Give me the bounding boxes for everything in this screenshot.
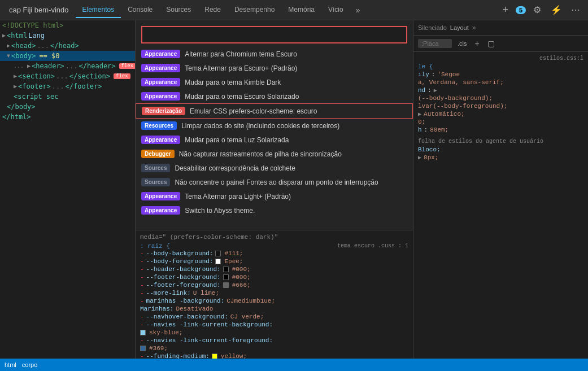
- tab-console[interactable]: Console: [121, 2, 159, 18]
- css-vars-panel: media=" (prefers-color-scheme: dark)" : …: [136, 230, 413, 371]
- prop-font-family: ily : 'Segoe: [418, 71, 583, 78]
- page-title: cap Fiji bem-vindo: [5, 6, 73, 14]
- prop-zero: 0;: [418, 118, 583, 126]
- breadcrumb-html[interactable]: html: [5, 361, 16, 368]
- color-swatch[interactable]: [140, 346, 146, 351]
- color-swatch[interactable]: [223, 267, 229, 272]
- dom-line-header[interactable]: ... ▶ <header> ... </header> flex: [0, 61, 135, 71]
- add-style-button[interactable]: +: [473, 38, 482, 49]
- css-var-line: ---more-link:U lime;: [140, 289, 408, 297]
- right-panel-header: Silenciado Layout »: [413, 20, 588, 36]
- new-rule-button[interactable]: ▢: [485, 38, 497, 49]
- tab-memory[interactable]: Memória: [281, 2, 321, 18]
- prop-auto: ▶ Automático;: [418, 110, 583, 118]
- command-text: Não concentre o painel Fontes ao dispara…: [175, 178, 378, 186]
- var-name: --body-foreground:: [146, 258, 214, 265]
- flex-badge: flex: [114, 73, 130, 79]
- color-swatch[interactable]: [215, 251, 221, 256]
- breadcrumb-corpo[interactable]: corpo: [22, 361, 38, 368]
- command-list: AppearanceAlternar para Chromium tema Es…: [136, 47, 413, 217]
- color-swatch[interactable]: [215, 259, 221, 264]
- css-selector-row: : raiz { tema escuro .cuss : 1: [140, 243, 408, 250]
- tab-elements[interactable]: Elementos: [76, 2, 121, 18]
- dom-line-script[interactable]: <script sec: [0, 91, 135, 102]
- notification-badge: 5: [516, 6, 526, 14]
- var-value: #000;: [232, 274, 251, 281]
- prop-background: nd : ▶: [418, 86, 583, 94]
- media-query-line: media=" (prefers-color-scheme: dark)": [140, 234, 408, 241]
- command-item[interactable]: RenderizaçãoEmular CSS prefers-color-sch…: [136, 103, 413, 119]
- css-var-line: ---footer-foreground:#666;: [140, 281, 408, 289]
- inherited-rule: Bloco; ▶ 8px;: [418, 146, 583, 162]
- command-text: Limpar dados do site (incluindo cookies …: [181, 122, 339, 130]
- color-swatch[interactable]: [223, 274, 229, 280]
- more-tabs-button[interactable]: »: [352, 3, 364, 17]
- command-text: Tema Alternar para Light+ (Padrão): [185, 193, 291, 200]
- command-item[interactable]: SourcesNão concentre o painel Fontes ao …: [136, 175, 413, 189]
- filter-input[interactable]: [418, 39, 452, 48]
- command-search-container: >dark: [141, 26, 407, 43]
- tab-network[interactable]: Rede: [198, 2, 228, 18]
- dom-line-body[interactable]: ▼ <body> == $0: [0, 51, 135, 61]
- more-options-icon[interactable]: ⋯: [568, 2, 583, 18]
- color-swatch[interactable]: [140, 330, 146, 335]
- css-var-line: ---header-background:#000;: [140, 265, 408, 273]
- var-value: #111;: [224, 250, 243, 257]
- css-var-line: #369;: [140, 344, 408, 352]
- command-badge: Appearance: [141, 192, 180, 200]
- var-name: --footer-background:: [146, 274, 221, 281]
- dev-tools-tabs: Elementos Console Sources Rede Desempenh…: [76, 2, 350, 18]
- var-value: #369;: [149, 345, 168, 352]
- tab-vicio[interactable]: Vício: [321, 2, 350, 18]
- var-value: #666;: [232, 282, 251, 289]
- top-bar: cap Fiji bem-vindo Elementos Console Sou…: [0, 0, 588, 20]
- dom-line-html-close: </html>: [0, 112, 135, 122]
- expand-triangle[interactable]: ▶: [434, 87, 437, 94]
- block-value: ▶ 8px;: [418, 154, 583, 162]
- css-var-line: sky-blue;: [140, 329, 408, 337]
- color-swatch[interactable]: [223, 282, 229, 288]
- dom-line-section[interactable]: ▶ <section> ... </section> flex: [0, 71, 135, 81]
- command-text: Desabilitar correspondência de colchete: [175, 164, 295, 172]
- customize-icon[interactable]: ⚡: [548, 2, 564, 18]
- dom-line-html[interactable]: ▶ <html Lang: [0, 30, 135, 41]
- css-var-line: Marinhas:Desativado: [140, 305, 408, 313]
- css-vars-list: ---body-background:#111;---body-foregrou…: [140, 250, 408, 360]
- command-item[interactable]: SourcesDesabilitar correspondência de co…: [136, 161, 413, 175]
- var-name: --navhover-background:: [146, 313, 228, 320]
- command-badge: Appearance: [141, 50, 180, 58]
- expand-icon[interactable]: ▶: [418, 154, 421, 161]
- line-dots: ...: [14, 63, 24, 69]
- expand-icon[interactable]: ▶: [418, 111, 421, 117]
- css-file: tema escuro .cuss : 1: [337, 243, 408, 250]
- prop-color: lvar(--body-foreground);: [418, 102, 583, 110]
- styles-toolbar: .cls + ▢: [413, 36, 588, 52]
- command-item[interactable]: AppearanceTema Alternar para Escuro+ (Pa…: [136, 61, 413, 75]
- prop-font-family-cont: a, Verdana, sans-serif;: [418, 78, 583, 86]
- command-item[interactable]: ResourcesLimpar dados do site (incluindo…: [136, 119, 413, 133]
- command-text: Emular CSS prefers-color-scheme: escuro: [190, 107, 317, 115]
- command-badge: Renderização: [142, 107, 185, 115]
- command-item[interactable]: DebuggerNão capturar rastreamentos de pi…: [136, 147, 413, 161]
- new-tab-button[interactable]: +: [499, 3, 512, 17]
- dom-line-head[interactable]: ▶ <head> ... </head>: [0, 41, 135, 51]
- var-value: CJmediumb1ue;: [227, 298, 275, 304]
- command-item[interactable]: AppearanceSwitch to Abyss theme.: [136, 203, 413, 217]
- command-item[interactable]: AppearanceAlternar para Chromium tema Es…: [136, 47, 413, 61]
- command-badge: Appearance: [141, 64, 180, 72]
- command-item[interactable]: AppearanceMudar para o tema Luz Solariza…: [136, 133, 413, 147]
- layout-button[interactable]: Layout: [450, 24, 469, 31]
- command-item[interactable]: AppearanceMudar para o tema Kimble Dark: [136, 75, 413, 89]
- command-search-input[interactable]: >dark: [148, 30, 400, 39]
- command-badge: Appearance: [141, 206, 180, 215]
- dom-line-footer[interactable]: ▶ <footer> ... </footer>: [0, 81, 135, 91]
- cls-button[interactable]: .cls: [455, 39, 469, 48]
- tab-sources[interactable]: Sources: [159, 2, 198, 18]
- command-item[interactable]: AppearanceTema Alternar para Light+ (Pad…: [136, 189, 413, 203]
- tab-performance[interactable]: Desempenho: [228, 2, 281, 18]
- minus-icon: -: [140, 258, 144, 265]
- var-name: --more-link:: [146, 290, 191, 296]
- command-item[interactable]: AppearanceMudar para o tema Escuro Solar…: [136, 89, 413, 103]
- minus-icon: -: [140, 282, 144, 289]
- gear-icon[interactable]: ⚙: [529, 2, 545, 18]
